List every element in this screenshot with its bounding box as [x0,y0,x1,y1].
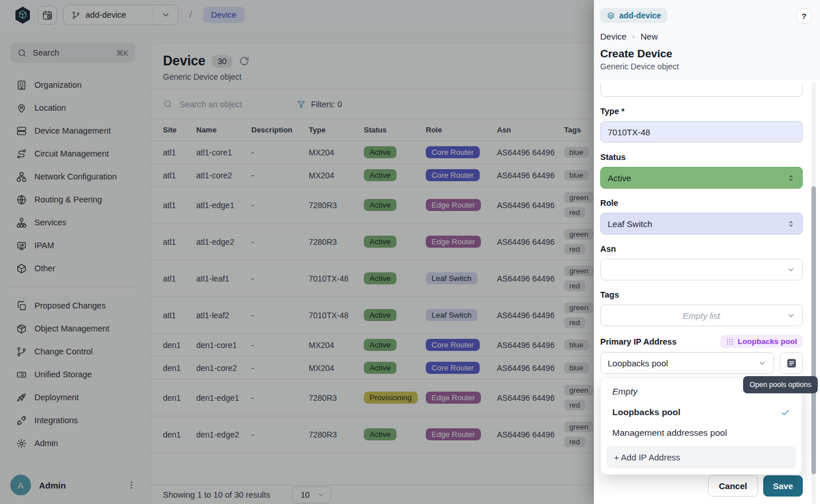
drawer-branch-badge[interactable]: add-device [600,8,667,23]
dropdown-option-loopbacks-pool[interactable]: Loopbacks pool [607,402,796,423]
cancel-button[interactable]: Cancel [708,475,758,497]
dropdown-option-label: Management addresses pool [612,428,727,438]
field-role: Role Leaf Switch [600,197,803,235]
scrolled-field-partial[interactable] [600,83,803,97]
drawer-breadcrumb-current: New [640,32,658,41]
grid-dots-icon [726,338,734,346]
help-button[interactable]: ? [796,8,812,24]
type-label: Type * [600,106,803,117]
field-tags: Tags Empty list [600,289,803,326]
status-value: Active [608,173,631,183]
tags-select[interactable]: Empty list [600,304,803,326]
drawer-breadcrumb: Device › New [600,32,812,41]
drawer-form: Type * 7010TX-48 Status Active Role Leaf… [594,83,820,374]
status-select[interactable]: Active [600,167,803,189]
role-label: Role [600,197,803,209]
drawer-title: Create Device [600,48,812,60]
primary-ip-value: Loopbacks pool [608,358,668,368]
tags-label: Tags [600,289,803,300]
tags-placeholder: Empty list [601,311,802,321]
drawer-subtitle: Generic Device object [600,62,812,71]
chevron-right-icon: › [632,32,635,41]
check-icon [780,408,790,417]
drawer-footer: Cancel Save [708,475,803,497]
layers-icon [607,11,615,20]
primary-ip-label: Primary IP Address [600,336,677,347]
dropdown-option-label: Loopbacks pool [612,407,681,417]
role-value: Leaf Switch [608,219,652,229]
type-input[interactable]: 7010TX-48 [600,121,803,143]
chevrons-up-down-icon [787,220,795,228]
dropdown-option-label: Empty [612,386,638,397]
role-select[interactable]: Leaf Switch [600,213,803,235]
field-asn: Asn [600,243,803,280]
dropdown-option-management-addresses-pool[interactable]: Management addresses pool [607,423,796,443]
asn-select[interactable] [600,259,803,280]
field-type: Type * 7010TX-48 [600,106,803,143]
drawer-breadcrumb-parent[interactable]: Device [600,32,627,41]
type-value: 7010TX-48 [608,127,650,137]
drawer-branch-name: add-device [619,11,661,20]
field-primary-ip: Primary IP Address Loopbacks pool Loopba… [600,335,803,374]
create-device-drawer: add-device ? Device › New Create Device … [594,0,820,504]
loopbacks-pool-badge[interactable]: Loopbacks pool [720,335,803,348]
asn-label: Asn [600,243,803,255]
field-status: Status Active [600,151,803,189]
drawer-header: add-device ? Device › New Create Device … [594,0,820,80]
open-pools-options-button[interactable] [780,352,803,374]
tooltip: Open pools options [743,376,818,393]
save-button[interactable]: Save [763,475,803,497]
chevrons-up-down-icon [787,174,795,182]
scrollbar-thumb[interactable] [811,186,816,474]
chevron-down-icon [758,359,767,368]
list-details-icon [786,358,797,369]
status-label: Status [600,151,803,163]
primary-ip-select[interactable]: Loopbacks pool [600,352,774,374]
chevron-down-icon [787,265,795,274]
app-root: add-device / Device Search ⌘K Organizati… [0,0,820,504]
pool-badge-label: Loopbacks pool [737,337,797,346]
add-ip-address-button[interactable]: + Add IP Address [607,446,796,468]
